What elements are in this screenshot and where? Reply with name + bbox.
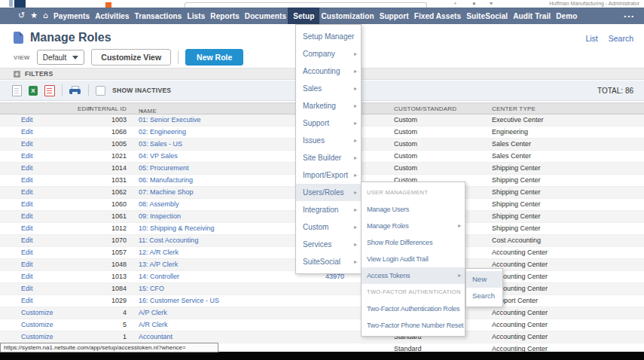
role-name-link[interactable]: 06: Manufacturing: [139, 175, 193, 186]
edit-link[interactable]: Customize: [21, 319, 53, 331]
role-name-link[interactable]: 08: Assembly: [139, 199, 179, 210]
setup-menu-item-sales[interactable]: Sales▸: [296, 80, 361, 97]
users-roles-item-view-login-audit-trail[interactable]: View Login Audit Trail: [362, 251, 465, 267]
list-link[interactable]: List: [585, 34, 597, 43]
edit-link[interactable]: Edit: [21, 283, 33, 294]
edit-link[interactable]: Edit: [21, 175, 33, 186]
edit-link[interactable]: Edit: [21, 114, 33, 126]
edit-link[interactable]: Edit: [21, 235, 33, 246]
add-icon[interactable]: +: [453, 0, 457, 8]
nav-item-support[interactable]: Support: [380, 12, 409, 20]
edit-link[interactable]: Edit: [21, 127, 33, 138]
role-name-link[interactable]: 12: A/R Clerk: [139, 247, 179, 258]
role-name-link[interactable]: Accountant: [139, 331, 172, 343]
pdf-export-icon[interactable]: [44, 85, 55, 96]
csv-export-icon[interactable]: [12, 85, 22, 96]
show-inactives-checkbox[interactable]: [96, 86, 105, 96]
edit-link[interactable]: Edit: [21, 271, 33, 282]
help-icon[interactable]: ●: [472, 0, 476, 8]
role-name-link[interactable]: 01: Senior Executive: [139, 114, 201, 126]
nav-item-fixed-assets[interactable]: Fixed Assets: [414, 12, 462, 20]
edit-link[interactable]: Edit: [21, 295, 33, 307]
setup-menu-item-issues[interactable]: Issues▸: [296, 132, 361, 149]
star-icon[interactable]: ★: [30, 8, 38, 24]
nav-item-lists[interactable]: Lists: [187, 12, 205, 20]
edit-link[interactable]: Edit: [21, 247, 33, 258]
setup-menu-item-site-builder[interactable]: Site Builder▸: [296, 149, 361, 166]
role-name-link[interactable]: 04: VP Sales: [139, 151, 178, 162]
search-link[interactable]: Search: [609, 34, 633, 43]
role-name-link[interactable]: 02: Engineering: [139, 127, 186, 138]
user-icon[interactable]: ▾: [490, 0, 493, 8]
setup-menu-item-marketing[interactable]: Marketing▸: [296, 97, 361, 114]
users-roles-item-two-factor-authentication-roles[interactable]: Two-Factor Authentication Roles: [362, 301, 465, 317]
nav-item-reports[interactable]: Reports: [210, 12, 239, 20]
nav-item-transactions[interactable]: Transactions: [135, 12, 182, 20]
users-roles-item-access-tokens[interactable]: Access Tokens▸: [362, 267, 465, 284]
nav-item-customization[interactable]: Customization: [321, 12, 374, 20]
home-icon[interactable]: ⌂: [43, 8, 48, 24]
setup-menu-item-integration[interactable]: Integration▸: [296, 201, 361, 218]
edit-link[interactable]: Edit: [21, 151, 33, 162]
role-name-link[interactable]: 15: CFO: [139, 283, 164, 294]
role-name-link[interactable]: 10: Shipping & Receiving: [139, 223, 215, 234]
create-new-icon: [105, 2, 111, 8]
header-internal-id[interactable]: INTERNAL ID: [87, 105, 127, 112]
setup-menu-item-custom[interactable]: Custom▸: [296, 218, 361, 236]
excel-export-icon[interactable]: X: [29, 86, 38, 96]
history-icon[interactable]: ↺: [18, 8, 25, 24]
users-roles-item-show-role-differences[interactable]: Show Role Differences: [362, 234, 465, 251]
nav-item-suitesocial[interactable]: SuiteSocial: [466, 12, 508, 20]
menu-item-label: Two-Factor Authentication Roles: [367, 305, 459, 313]
role-name-link[interactable]: 09: Inspection: [139, 211, 181, 222]
header-center-type[interactable]: CENTER TYPE: [492, 105, 536, 112]
edit-link[interactable]: Edit: [21, 259, 33, 270]
nav-item-audit-trail[interactable]: Audit Trail: [513, 12, 551, 20]
setup-menu-item-users-roles[interactable]: Users/Roles▸: [296, 184, 361, 201]
setup-menu-item-company[interactable]: Company▸: [296, 45, 361, 63]
role-name-link[interactable]: 13: A/P Clerk: [139, 259, 178, 270]
users-roles-item-manage-roles[interactable]: Manage Roles▸: [362, 218, 465, 234]
role-name-link[interactable]: 03: Sales - US: [139, 139, 182, 150]
users-roles-item-two-factor-phone-number-reset[interactable]: Two-Factor Phone Number Reset: [362, 317, 465, 334]
header-custom-standard[interactable]: CUSTOM/STANDARD: [394, 105, 456, 112]
setup-menu-item-setup-manager[interactable]: Setup Manager: [296, 28, 361, 45]
print-icon[interactable]: [69, 86, 81, 96]
setup-menu-item-support[interactable]: Support▸: [296, 114, 361, 132]
new-role-button[interactable]: New Role: [185, 49, 243, 66]
role-name-link[interactable]: 11: Cost Accounting: [139, 235, 198, 246]
nav-item-setup[interactable]: Setup: [288, 8, 319, 24]
edit-link[interactable]: Customize: [21, 331, 53, 343]
edit-link[interactable]: Edit: [21, 139, 33, 150]
customize-view-button[interactable]: Customize View: [91, 49, 171, 66]
role-name-link[interactable]: A/P Clerk: [139, 307, 167, 319]
edit-link[interactable]: Edit: [21, 211, 33, 222]
menu-item-label: Search: [472, 291, 495, 300]
nav-item-payments[interactable]: Payments: [53, 12, 90, 20]
access-tokens-item-new[interactable]: New: [466, 271, 502, 288]
role-name-link[interactable]: 16: Customer Service - US: [139, 295, 219, 307]
setup-menu-item-accounting[interactable]: Accounting▸: [296, 63, 361, 80]
role-name-link[interactable]: 05: Procurement: [139, 163, 189, 174]
access-tokens-item-search[interactable]: Search: [466, 288, 502, 304]
role-name-link[interactable]: 14: Controller: [139, 271, 179, 282]
setup-menu-item-suitesocial[interactable]: SuiteSocial▸: [296, 253, 361, 270]
edit-link[interactable]: Edit: [21, 187, 33, 198]
view-select[interactable]: Default: [37, 50, 85, 65]
edit-link[interactable]: Edit: [21, 199, 33, 210]
nav-item-activities[interactable]: Activities: [95, 12, 129, 20]
role-name-link[interactable]: 07: Machine Shop: [139, 187, 194, 198]
nav-item-demo[interactable]: Demo: [556, 12, 577, 20]
edit-link[interactable]: Edit: [21, 223, 33, 234]
edit-link[interactable]: Customize: [21, 307, 53, 319]
edit-link[interactable]: Edit: [21, 163, 33, 174]
nav-item-documents[interactable]: Documents: [245, 12, 286, 20]
role-name-link[interactable]: A/R Clerk: [139, 319, 168, 331]
setup-menu-item-services[interactable]: Services▸: [296, 236, 361, 253]
nav-overflow-button[interactable]: •••: [624, 13, 635, 20]
users-roles-item-manage-users[interactable]: Manage Users: [362, 201, 465, 218]
account-role-label[interactable]: Huffman Manufacturing - Administrator: [549, 1, 639, 6]
setup-menu-item-import-export[interactable]: Import/Export▸: [296, 166, 361, 184]
expand-filters-icon[interactable]: [14, 71, 20, 78]
center-type-cell: Accounting Center: [492, 319, 548, 331]
